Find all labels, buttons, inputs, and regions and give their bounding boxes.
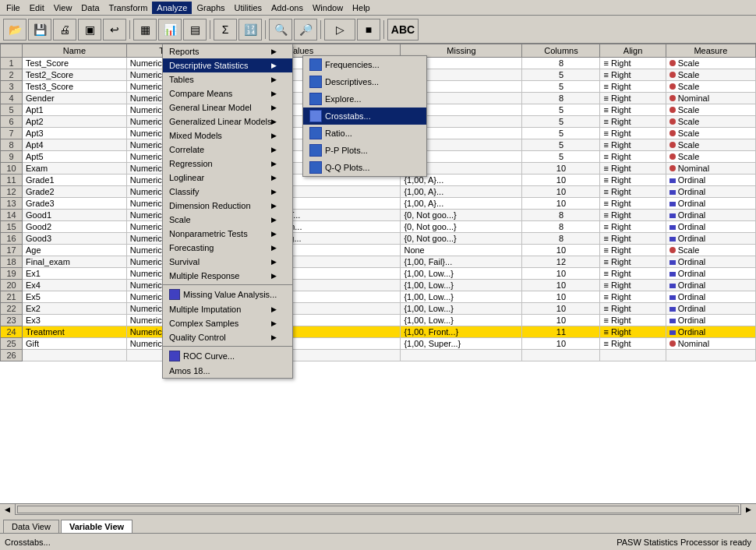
menu-amos[interactable]: Amos 18... [163,364,292,378]
var-missing[interactable]: {1,00, Fail}... [401,256,522,268]
var-align[interactable]: ≡ Right [600,256,666,268]
menu-loglinear[interactable]: Loglinear ▶ [163,171,292,185]
hscroll-right[interactable]: ▶ [740,504,756,515]
var-columns[interactable]: 8 [522,93,600,104]
var-align[interactable]: ≡ Right [600,303,666,315]
row-number[interactable]: 24 [1,326,23,338]
col-columns[interactable]: Columns [522,44,600,58]
var-align[interactable]: ≡ Right [600,116,666,128]
row-number[interactable]: 20 [1,280,23,291]
var-name[interactable]: Gift [23,338,127,350]
menu-qq-plots[interactable]: Q-Q Plots... [303,159,426,176]
var-measure[interactable]: Scale [666,69,755,81]
var-name[interactable]: Grade1 [23,175,127,186]
var-name[interactable]: Grade3 [23,198,127,210]
menu-survival[interactable]: Survival ▶ [163,255,292,269]
hscroll-track[interactable] [17,506,739,513]
var-name[interactable]: Apt1 [23,104,127,116]
row-number[interactable]: 17 [1,245,23,256]
menu-nonparametric[interactable]: Nonparametric Tests ▶ [163,227,292,241]
var-measure[interactable]: Scale [666,81,755,93]
var-name[interactable]: Gender [23,93,127,104]
var-missing[interactable] [401,350,522,361]
var-missing[interactable]: {0, Not goo...} [401,221,522,233]
var-align[interactable]: ≡ Right [600,315,666,326]
row-number[interactable]: 15 [1,221,23,233]
var-measure[interactable]: Nominal [666,163,755,175]
menu-mixed-models[interactable]: Mixed Models ▶ [163,129,292,143]
var-measure[interactable]: Ordinal [666,303,755,315]
var-name[interactable]: Apt4 [23,139,127,151]
toolbar-search[interactable]: 🔍 [269,19,292,41]
hscroll-left[interactable]: ◀ [0,504,16,515]
var-missing[interactable]: None [401,245,522,256]
var-name[interactable]: Test3_Score [23,81,127,93]
var-name[interactable]: Test_Score [23,58,127,69]
menu-descriptives[interactable]: Descriptives... [303,73,426,90]
menu-quality-control[interactable]: Quality Control ▶ [163,330,292,344]
tab-data-view[interactable]: Data View [3,520,59,533]
menu-edit[interactable]: Edit [25,2,49,14]
var-name[interactable]: Ex1 [23,268,127,280]
menu-utilities[interactable]: Utilities [230,2,267,14]
toolbar-open[interactable]: 📂 [3,19,26,41]
row-number[interactable]: 5 [1,104,23,116]
var-align[interactable]: ≡ Right [600,93,666,104]
var-columns[interactable]: 5 [522,81,600,93]
toolbar-stop[interactable]: ■ [357,19,380,41]
menu-correlate[interactable]: Correlate ▶ [163,143,292,157]
toolbar-chart3[interactable]: ▤ [183,19,207,41]
menu-graphs[interactable]: Graphs [192,2,229,14]
var-measure[interactable]: Ordinal [666,198,755,210]
var-name[interactable]: Good3 [23,233,127,245]
row-number[interactable]: 13 [1,198,23,210]
var-missing[interactable]: {0, Not goo...} [401,233,522,245]
var-missing[interactable]: {1,00, Super...} [401,338,522,350]
toolbar-recall[interactable]: ▣ [78,19,101,41]
var-measure[interactable]: Scale [666,58,755,69]
row-number[interactable]: 12 [1,186,23,198]
var-measure[interactable]: Ordinal [666,315,755,326]
var-columns[interactable]: 8 [522,221,600,233]
row-number[interactable]: 25 [1,338,23,350]
var-columns[interactable]: 10 [522,186,600,198]
var-name[interactable]: Age [23,245,127,256]
menu-general-linear[interactable]: General Linear Model ▶ [163,100,292,115]
menu-missing-value[interactable]: Missing Value Analysis... [163,287,292,302]
var-missing[interactable]: {1,00, Front...} [401,326,522,338]
var-columns[interactable]: 5 [522,69,600,81]
var-missing[interactable]: {0, Not goo...} [401,210,522,221]
var-columns[interactable]: 10 [522,245,600,256]
row-number[interactable]: 6 [1,116,23,128]
row-number[interactable]: 11 [1,175,23,186]
var-name[interactable]: Exam [23,163,127,175]
var-align[interactable]: ≡ Right [600,233,666,245]
row-number[interactable]: 16 [1,233,23,245]
toolbar-print[interactable]: 🖨 [53,19,76,41]
var-measure[interactable]: Nominal [666,93,755,104]
var-measure[interactable]: Ordinal [666,186,755,198]
menu-scale[interactable]: Scale ▶ [163,213,292,227]
var-columns[interactable]: 10 [522,303,600,315]
toolbar-save[interactable]: 💾 [28,19,51,41]
row-number[interactable]: 8 [1,139,23,151]
var-missing[interactable]: {1,00, Low...} [401,303,522,315]
var-missing[interactable]: {1,00, Low...} [401,280,522,291]
menu-dimension[interactable]: Dimension Reduction ▶ [163,199,292,213]
menu-descriptive-stats[interactable]: Descriptive Statistics ▶ [163,58,292,72]
var-measure[interactable]: Scale [666,104,755,116]
toolbar-chart2[interactable]: 📊 [158,19,182,41]
col-name[interactable]: Name [23,44,127,58]
var-align[interactable]: ≡ Right [600,338,666,350]
var-name[interactable]: Final_exam [23,256,127,268]
var-columns[interactable]: 12 [522,256,600,268]
var-columns[interactable]: 10 [522,280,600,291]
row-number[interactable]: 3 [1,81,23,93]
var-columns[interactable]: 10 [522,175,600,186]
var-measure[interactable]: Ordinal [666,280,755,291]
var-measure[interactable]: Scale [666,139,755,151]
var-align[interactable]: ≡ Right [600,326,666,338]
var-columns[interactable]: 5 [522,139,600,151]
toolbar-zoom[interactable]: 🔎 [294,19,317,41]
var-align[interactable]: ≡ Right [600,58,666,69]
